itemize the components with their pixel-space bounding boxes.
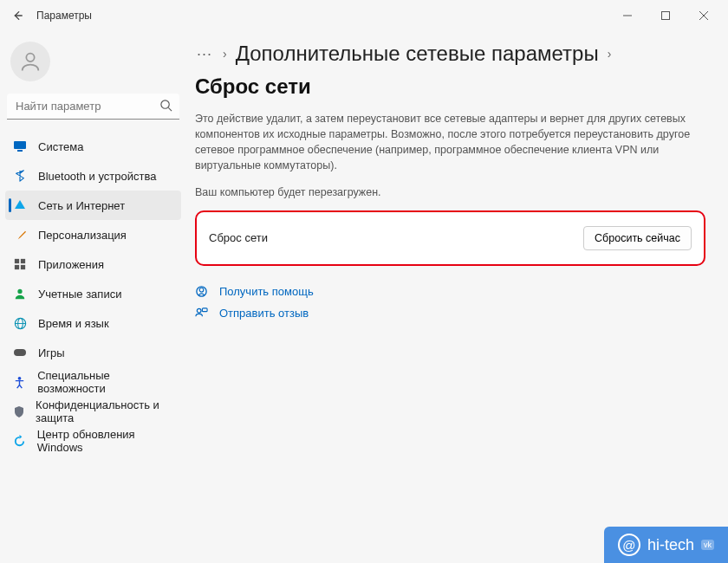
svg-rect-22: [202, 307, 207, 311]
feedback-link[interactable]: Отправить отзыв: [219, 307, 309, 320]
svg-rect-7: [14, 141, 26, 149]
search-input[interactable]: [7, 94, 179, 120]
sidebar-item-label: Bluetooth и устройства: [38, 170, 156, 183]
titlebar: Параметры: [0, 0, 728, 31]
search-box: [7, 94, 179, 120]
close-button[interactable]: [685, 3, 723, 29]
reset-now-button[interactable]: Сбросить сейчас: [583, 226, 692, 250]
sidebar-item-label: Учетные записи: [38, 288, 121, 301]
at-icon: @: [618, 534, 640, 556]
sidebar-item-accounts[interactable]: Учетные записи: [5, 279, 181, 308]
reboot-note: Ваш компьютер будет перезагружен.: [195, 186, 705, 198]
svg-rect-12: [21, 265, 25, 269]
game-icon: [12, 345, 28, 360]
svg-rect-17: [14, 349, 26, 356]
feedback-icon: [195, 307, 209, 320]
sidebar: Система Bluetooth и устройства Сеть и Ин…: [0, 31, 186, 563]
sidebar-item-accessibility[interactable]: Специальные возможности: [5, 367, 181, 397]
minimize-button[interactable]: [608, 3, 647, 29]
sidebar-item-windows-update[interactable]: Центр обновления Windows: [5, 426, 181, 456]
svg-line-6: [168, 107, 172, 111]
svg-point-21: [197, 308, 201, 313]
svg-point-20: [199, 288, 204, 292]
vk-badge: vk: [701, 540, 714, 550]
shield-icon: [12, 404, 25, 419]
globe-icon: [12, 315, 28, 331]
sidebar-item-label: Конфиденциальность и защита: [36, 398, 174, 424]
get-help-link[interactable]: Получить помощь: [219, 285, 314, 298]
window-controls: [608, 3, 723, 29]
sidebar-item-gaming[interactable]: Игры: [5, 338, 181, 367]
breadcrumb-parent[interactable]: Дополнительные сетевые параметры: [236, 42, 599, 66]
back-button[interactable]: [5, 3, 29, 28]
window-title: Параметры: [36, 10, 92, 22]
sidebar-item-label: Специальные возможности: [37, 369, 174, 395]
breadcrumb: ··· › Дополнительные сетевые параметры ›…: [195, 42, 705, 99]
svg-rect-9: [15, 259, 19, 263]
brush-icon: [12, 227, 28, 243]
svg-rect-10: [21, 259, 25, 263]
card-label: Сброс сети: [209, 231, 268, 244]
sidebar-item-privacy[interactable]: Конфиденциальность и защита: [5, 397, 181, 426]
sidebar-item-personalization[interactable]: Персонализация: [5, 220, 181, 249]
sidebar-item-label: Игры: [38, 346, 65, 359]
svg-rect-8: [17, 150, 23, 152]
breadcrumb-more[interactable]: ···: [195, 45, 214, 63]
maximize-button[interactable]: [647, 3, 685, 29]
sidebar-item-label: Приложения: [38, 258, 104, 271]
sidebar-item-network[interactable]: Сеть и Интернет: [5, 191, 181, 220]
svg-point-18: [18, 376, 22, 379]
sidebar-item-label: Центр обновления Windows: [37, 428, 174, 454]
watermark-text: hi-tech: [647, 536, 694, 554]
svg-point-13: [17, 289, 22, 294]
watermark: @ hi-tech vk: [604, 527, 728, 563]
network-reset-card: Сброс сети Сбросить сейчас: [195, 210, 705, 266]
sidebar-item-label: Время и язык: [38, 317, 109, 330]
wifi-icon: [12, 197, 28, 213]
page-title: Сброс сети: [195, 74, 311, 99]
svg-rect-11: [15, 265, 19, 269]
sidebar-item-label: Система: [38, 140, 83, 153]
svg-point-4: [26, 54, 34, 61]
chevron-right-icon: ›: [608, 47, 612, 61]
update-icon: [12, 433, 27, 449]
svg-point-5: [161, 100, 169, 108]
sidebar-item-apps[interactable]: Приложения: [5, 249, 181, 279]
main-content: ··· › Дополнительные сетевые параметры ›…: [186, 31, 728, 563]
sidebar-item-time-language[interactable]: Время и язык: [5, 308, 181, 338]
user-icon: [12, 286, 28, 301]
help-icon: [195, 285, 209, 298]
help-link-row: Получить помощь: [195, 285, 705, 298]
accessibility-icon: [12, 374, 27, 390]
sidebar-item-label: Персонализация: [38, 229, 127, 242]
feedback-link-row: Отправить отзыв: [195, 307, 705, 320]
avatar[interactable]: [10, 42, 50, 81]
monitor-icon: [12, 139, 28, 154]
search-icon: [159, 99, 172, 114]
sidebar-item-label: Сеть и Интернет: [38, 199, 125, 212]
apps-icon: [12, 256, 28, 272]
svg-rect-1: [662, 12, 670, 20]
sidebar-item-bluetooth[interactable]: Bluetooth и устройства: [5, 161, 181, 191]
bluetooth-icon: [12, 168, 28, 184]
description-text: Это действие удалит, а затем переустанов…: [195, 111, 705, 174]
sidebar-item-system[interactable]: Система: [5, 132, 181, 161]
chevron-right-icon: ›: [223, 47, 227, 61]
